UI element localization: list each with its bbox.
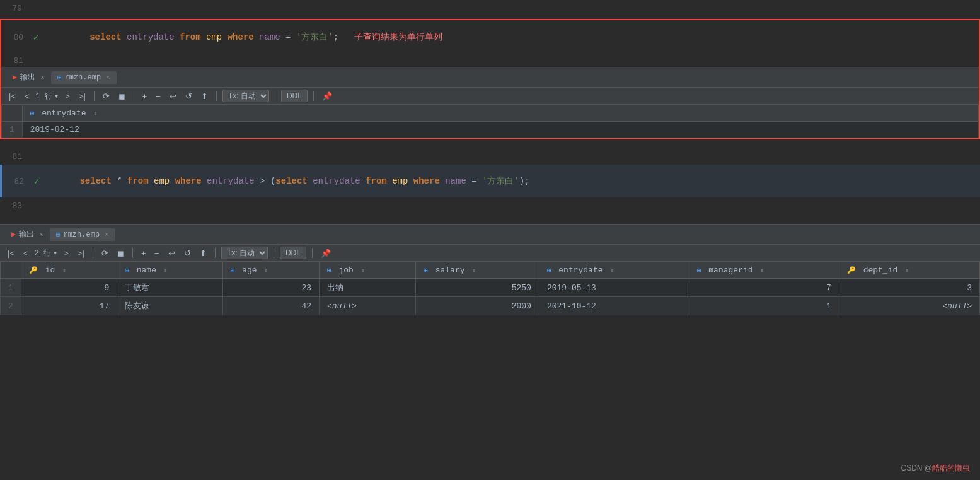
kw-select2: select	[79, 176, 117, 186]
editor-top: 79 80 ✓ select entrydate from emp where …	[0, 0, 980, 139]
th-dept-id-label: dept_id	[863, 266, 898, 275]
tab-output-2[interactable]: ▶ 输出 ×	[5, 227, 50, 242]
th-entrydate2-icon: ⊞	[547, 267, 551, 274]
undo-btn-2[interactable]: ↩	[166, 247, 178, 259]
output-icon-1: ▶	[13, 73, 17, 82]
sep-1a	[94, 91, 95, 101]
up-btn-2[interactable]: ⬆	[197, 247, 209, 259]
tab-table-2[interactable]: ⊞ rmzh.emp ×	[50, 228, 115, 241]
th-id-sort[interactable]: ⇕	[62, 267, 66, 274]
result-panel-2: ▶ 输出 × ⊞ rmzh.emp × |< < 2 行 ▾ > >| ⟳ ◼ …	[0, 224, 980, 315]
tbl-emp3: emp	[392, 176, 413, 186]
line-num-83: 83	[0, 201, 28, 211]
comment-subquery: 子查询结果为单行单列	[354, 32, 442, 42]
tab-close-table-2[interactable]: ×	[105, 231, 109, 238]
table-row: 2 17 陈友谅 42 <null> 2000 2021-10-12 1 <nu…	[1, 297, 980, 315]
tx-select-1[interactable]: Tx: 自动	[222, 90, 269, 102]
tab-close-output-2[interactable]: ×	[39, 231, 43, 238]
divider-1	[0, 142, 980, 148]
code-line-82: 82 ✓ select * from emp where entrydate >…	[0, 165, 980, 197]
code-line-81b: 81	[0, 148, 980, 165]
tab-output-1[interactable]: ▶ 输出 ×	[6, 70, 51, 85]
nav-next-btn-2[interactable]: >	[61, 247, 71, 259]
data-table-2: 🔑 id ⇕ ⊞ name ⇕ ⊞ age ⇕ ⊞	[0, 262, 980, 315]
th-entrydate-sort[interactable]: ⇕	[93, 110, 97, 117]
nav-prev-btn-1[interactable]: <	[22, 90, 32, 102]
toolbar-2: |< < 2 行 ▾ > >| ⟳ ◼ + − ↩ ↺ ⬆ Tx: 自动 DDL…	[0, 245, 980, 262]
kw-from3: from	[366, 176, 392, 186]
refresh-btn-1[interactable]: ⟳	[100, 90, 112, 102]
td-managerid-1: 7	[689, 279, 839, 297]
th-managerid-sort[interactable]: ⇕	[760, 267, 764, 274]
td-job-1: 出纳	[319, 279, 415, 297]
th-job: ⊞ job ⇕	[319, 262, 415, 279]
td-rownum-2-2: 2	[1, 297, 21, 315]
th-managerid-label: managerid	[708, 266, 752, 275]
stop-btn-1[interactable]: ◼	[116, 90, 128, 102]
th-job-label: job	[338, 266, 353, 275]
table-icon-2: ⊞	[56, 230, 61, 238]
row-count-arrow-2: ▾	[53, 249, 57, 258]
th-row-num-2	[1, 262, 21, 279]
col-entrydate2: entrydate	[207, 176, 260, 186]
th-job-sort[interactable]: ⇕	[361, 267, 365, 274]
nav-last-btn-1[interactable]: >|	[76, 90, 88, 102]
td-job-2: <null>	[319, 297, 415, 315]
row-count-label-1: 1 行	[36, 91, 52, 102]
row-count-1: 1 行 ▾	[36, 91, 59, 102]
remove-btn-1[interactable]: −	[153, 90, 163, 102]
row-count-arrow-1: ▾	[54, 91, 59, 101]
th-entrydate2: ⊞ entrydate ⇕	[539, 262, 689, 279]
th-name-sort[interactable]: ⇕	[164, 267, 168, 274]
refresh-btn-2[interactable]: ⟳	[99, 247, 111, 259]
line-content-82: select * from emp where entrydate > (sel…	[43, 165, 980, 197]
td-salary-1: 5250	[416, 279, 539, 297]
nav-last-btn-2[interactable]: >|	[75, 247, 87, 259]
op-eq2: =	[471, 176, 482, 186]
kw-where2: where	[175, 176, 207, 186]
sep-2e	[312, 248, 313, 258]
th-entrydate: ⊞ entrydate ⇕	[22, 105, 978, 122]
td-age-2: 42	[222, 297, 319, 315]
add-btn-2[interactable]: +	[139, 247, 149, 259]
watermark-name: 酷酷的懒虫	[932, 464, 970, 472]
redo-btn-1[interactable]: ↺	[183, 90, 195, 102]
line-num-80: 80	[1, 33, 30, 42]
nav-first-btn-1[interactable]: |<	[6, 90, 18, 102]
th-salary-sort[interactable]: ⇕	[472, 267, 476, 274]
td-entrydate-r2: 2021-10-12	[539, 297, 689, 315]
result-panel-1: ▶ 输出 × ⊞ rmzh.emp × |< < 1 行 ▾ >	[1, 67, 979, 138]
th-managerid-icon: ⊞	[697, 267, 701, 274]
ddl-btn-1[interactable]: DDL	[281, 90, 308, 102]
remove-btn-2[interactable]: −	[152, 247, 162, 259]
undo-btn-1[interactable]: ↩	[167, 90, 179, 102]
nav-first-btn-2[interactable]: |<	[5, 247, 17, 259]
nav-next-btn-1[interactable]: >	[62, 90, 72, 102]
line-num-81a: 81	[1, 56, 30, 66]
tab-table-1[interactable]: ⊞ rmzh.emp ×	[51, 71, 117, 84]
td-id-2: 17	[21, 297, 117, 315]
tx-select-2[interactable]: Tx: 自动	[221, 247, 268, 259]
add-btn-1[interactable]: +	[140, 90, 150, 102]
nav-prev-btn-2[interactable]: <	[21, 247, 31, 259]
th-entrydate2-label: entrydate	[558, 266, 602, 275]
th-entrydate2-sort[interactable]: ⇕	[610, 267, 614, 274]
td-entrydate-r1: 2019-05-13	[539, 279, 689, 297]
op-star: *	[117, 176, 127, 186]
ddl-btn-2[interactable]: DDL	[280, 247, 306, 259]
up-btn-1[interactable]: ⬆	[199, 90, 210, 102]
punct-close: );	[519, 176, 530, 186]
table-icon-1: ⊞	[57, 73, 62, 81]
str-val: '方东白'	[296, 32, 333, 42]
pin-btn-1[interactable]: 📌	[320, 90, 335, 102]
tab-close-output-1[interactable]: ×	[40, 74, 45, 81]
tab-close-table-1[interactable]: ×	[106, 74, 110, 81]
stop-btn-2[interactable]: ◼	[115, 247, 127, 259]
table-header-row-2: 🔑 id ⇕ ⊞ name ⇕ ⊞ age ⇕ ⊞	[1, 262, 980, 279]
pin-btn-2[interactable]: 📌	[318, 247, 333, 259]
th-age-sort[interactable]: ⇕	[264, 267, 268, 274]
op-eq: =	[285, 32, 296, 42]
redo-btn-2[interactable]: ↺	[182, 247, 193, 259]
th-dept-id-sort[interactable]: ⇕	[905, 267, 909, 274]
table-row: 1 9 丁敏君 23 出纳 5250 2019-05-13 7 3	[1, 279, 980, 297]
